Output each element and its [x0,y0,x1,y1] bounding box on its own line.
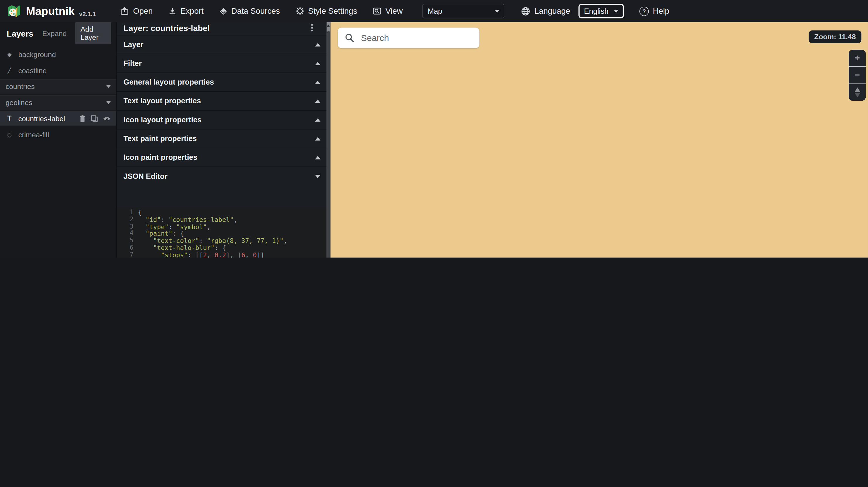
maputnik-app: Maputnik v2.1.1 Open Export [0,0,868,258]
expand-button[interactable]: Expand [37,26,72,40]
view-icon [373,7,381,15]
chevron-down-icon [106,85,111,88]
menu-view[interactable]: View [373,7,403,15]
fill-outline-layer-icon: ◇ [6,131,13,138]
map-canvas[interactable]: Zoom: 11.48 + − MapLibre i [331,22,868,258]
section-icon-paint[interactable]: Icon paint properties [117,148,331,166]
layers-heading: Layers [7,28,33,38]
section-label: JSON Editor [124,172,167,180]
layers-header: Layers Expand Add Layer [0,22,116,44]
language-group: Language English [521,4,624,18]
chevron-down-icon [614,10,619,12]
compass-needle-icon [855,88,860,97]
scrollbar-thumb[interactable] [327,31,330,258]
add-layer-button[interactable]: Add Layer [75,22,111,44]
layer-list: ◆ background ╱ coastline countries geoli… [0,47,116,142]
section-json-editor[interactable]: JSON Editor [117,166,331,185]
chevron-down-icon [495,10,500,12]
layer-item-label: coastline [18,66,46,74]
layer-editor-panel: Layer: countries-label ⋮ Layer Filter Ge… [116,22,331,258]
section-general-layout[interactable]: General layout properties [117,73,331,91]
view-mode-value: Map [428,7,442,15]
layer-group-label: countries [6,82,35,91]
open-icon [120,7,129,15]
trash-icon[interactable] [79,115,86,122]
menu-open-label: Open [133,7,153,15]
eye-icon[interactable] [103,115,111,122]
layer-item-label: countries-label [18,114,65,122]
language-select[interactable]: English [578,4,624,18]
line-number: 3 [117,223,138,230]
main-menu: Open Export Data Sources [120,4,504,18]
panel-scrollbar[interactable] [327,22,330,258]
code-line[interactable]: 4 "paint": { [117,230,327,237]
scroll-up-arrow-icon[interactable] [327,24,330,27]
app-title: Maputnik [26,3,75,19]
menu-help[interactable]: ? Help [640,6,670,16]
section-label: Text layout properties [124,97,201,105]
layer-item-crimea-fill[interactable]: ◇ crimea-fill [0,127,116,142]
compass-button[interactable] [849,84,866,101]
export-icon [168,7,176,15]
layer-group-geolines[interactable]: geolines [0,95,116,109]
search-icon [345,33,354,42]
menu-style-settings[interactable]: Style Settings [296,7,357,15]
code-line[interactable]: 6 "text-halo-blur": { [117,245,327,251]
layer-group-countries[interactable]: countries [0,79,116,93]
json-code-editor[interactable]: 1{2 "id": "countries-label",3 "type": "s… [117,207,327,258]
app-version: v2.1.1 [79,10,96,19]
map-render [331,22,868,258]
panel-title-row: Layer: countries-label ⋮ [117,22,331,35]
brand: Maputnik v2.1.1 [7,3,96,19]
menu-data-sources[interactable]: Data Sources [219,7,280,15]
chevron-down-icon [106,101,111,104]
code-line[interactable]: 1{ [117,209,327,216]
symbol-layer-icon: T [6,115,13,122]
help-label: Help [653,7,669,15]
menu-export[interactable]: Export [168,7,204,15]
maputnik-logo-icon [7,3,22,19]
gear-icon [296,7,304,15]
section-text-paint[interactable]: Text paint properties [117,129,331,148]
menu-export-label: Export [180,7,204,15]
section-layer[interactable]: Layer [117,35,331,54]
section-label: Icon layout properties [124,116,202,124]
zoom-in-button[interactable]: + [849,50,866,66]
kebab-menu-icon[interactable]: ⋮ [308,23,316,33]
menu-style-settings-label: Style Settings [308,7,357,15]
zoom-level-indicator: Zoom: 11.48 [809,30,861,43]
code-line[interactable]: 2 "id": "countries-label", [117,216,327,223]
panel-title: Layer: countries-label [124,23,210,32]
code-line[interactable]: 7 "stops": [[2, 0.2], [6, 0]] [117,251,327,258]
line-number: 5 [117,237,138,245]
layer-item-label: background [18,50,56,58]
layer-item-countries-label[interactable]: T countries-label [0,111,116,126]
help-icon: ? [640,6,649,16]
code-line[interactable]: 5 "text-color": "rgba(8, 37, 77, 1)", [117,237,327,245]
layer-item-label: crimea-fill [18,130,49,138]
section-text-layout[interactable]: Text layout properties [117,91,331,110]
map-controls: + − [849,50,866,101]
language-label: Language [534,7,570,15]
layer-item-background[interactable]: ◆ background [0,47,116,61]
layer-item-coastline[interactable]: ╱ coastline [0,63,116,77]
layers-sidebar: Layers Expand Add Layer ◆ background ╱ c… [0,22,116,258]
code-line[interactable]: 3 "type": "symbol", [117,223,327,230]
layer-group-label: geolines [6,98,32,106]
toolbar: Maputnik v2.1.1 Open Export [0,0,868,22]
section-label: Icon paint properties [124,153,197,162]
search-input[interactable] [360,32,479,43]
line-number: 4 [117,230,138,237]
zoom-out-button[interactable]: − [849,67,866,84]
view-mode-select[interactable]: Map [423,4,504,18]
line-number: 1 [117,209,138,216]
language-value: English [584,7,609,15]
section-filter[interactable]: Filter [117,54,331,72]
fill-layer-icon: ◆ [6,51,13,58]
section-icon-layout[interactable]: Icon layout properties [117,110,331,129]
line-layer-icon: ╱ [6,67,13,74]
line-number: 6 [117,245,138,251]
menu-open[interactable]: Open [120,7,153,15]
section-label: Layer [124,40,144,48]
duplicate-icon[interactable] [91,115,98,122]
